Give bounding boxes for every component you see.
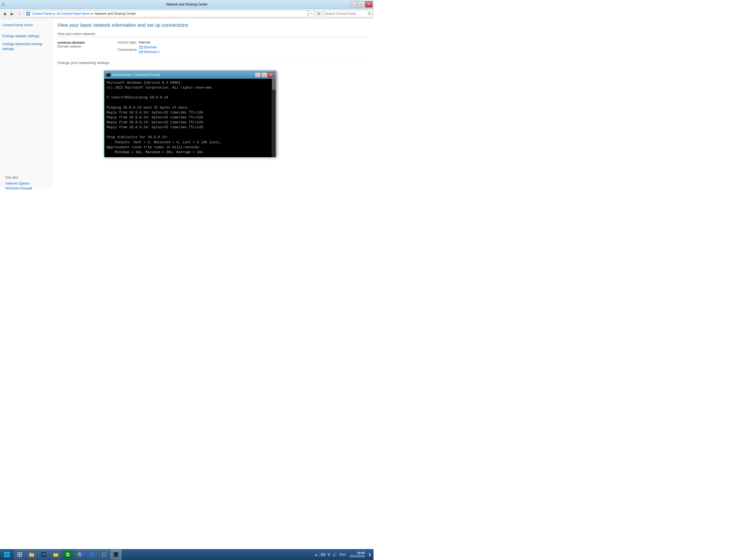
access-type-row: Access type: Internet — [118, 41, 160, 44]
close-button[interactable]: ✕ — [365, 1, 372, 7]
content-area: View your basic network information and … — [52, 19, 374, 188]
svg-rect-5 — [26, 12, 28, 14]
cmd-scrollbar-thumb — [272, 79, 276, 90]
network-info-col: Access type: Internet Connections: — [118, 41, 160, 54]
ethernet-2-label: Ethernet 2 — [144, 50, 160, 54]
active-networks-label: View your active networks — [57, 32, 368, 37]
search-input[interactable] — [324, 10, 367, 17]
svg-point-2 — [4, 5, 5, 6]
cmd-minimize-button[interactable]: ─ — [255, 73, 261, 77]
sidebar-change-advanced[interactable]: Change advanced sharing settings — [2, 41, 50, 53]
svg-point-1 — [1, 5, 2, 6]
connections-list: Ethernet Ethernet 2 — [139, 45, 160, 54]
change-settings-label: Change your networking settings — [57, 58, 368, 65]
sidebar: Control Panel Home Change adapter settin… — [0, 19, 52, 188]
maximize-button[interactable]: □ — [358, 1, 365, 7]
svg-line-3 — [2, 4, 3, 5]
up-button[interactable]: ↑ — [17, 10, 23, 17]
breadcrumb-current: Network and Sharing Center — [95, 12, 136, 16]
ethernet-1-label: Ethernet — [144, 45, 157, 49]
svg-rect-7 — [26, 14, 28, 16]
see-also-internet-options[interactable]: Internet Options — [5, 181, 32, 186]
cmd-title-bar: Administrator: Command Prompt ─ □ ✕ — [104, 71, 276, 79]
ethernet-icon-2 — [139, 50, 143, 54]
access-type-value: Internet — [138, 41, 150, 44]
svg-rect-8 — [28, 14, 30, 16]
breadcrumb: Control Panel ▶ All Control Panel Items … — [24, 10, 308, 17]
cmd-icon — [106, 73, 110, 77]
cmd-output: Microsoft Windows [Version 6.3.9600] (c)… — [107, 80, 274, 157]
access-type-label: Access type: — [118, 41, 137, 44]
sidebar-control-panel-home[interactable]: Control Panel Home — [2, 22, 50, 29]
address-bar: ◀ ▶ ↑ Control Panel ▶ All Control Panel … — [0, 9, 374, 19]
breadcrumb-sep-2: ▶ — [91, 12, 94, 16]
svg-line-4 — [3, 4, 5, 5]
refresh-button[interactable]: ↻ — [315, 10, 322, 17]
network-name-col: contoso.domain Domain network — [57, 41, 118, 48]
network-name: contoso.domain — [57, 41, 118, 45]
cmd-scrollbar[interactable] — [272, 79, 276, 157]
svg-rect-17 — [139, 51, 143, 53]
page-title: View your basic network information and … — [57, 22, 368, 28]
network-icon — [1, 2, 5, 6]
sidebar-change-adapter[interactable]: Change adapter settings — [2, 33, 50, 40]
back-button[interactable]: ◀ — [1, 10, 8, 17]
search-box — [323, 10, 372, 17]
svg-point-9 — [368, 12, 370, 15]
title-bar: Network and Sharing Center ─ □ ✕ — [0, 0, 374, 9]
cmd-title-left: Administrator: Command Prompt — [106, 73, 160, 77]
see-also-windows-firewall[interactable]: Windows Firewall — [5, 186, 32, 191]
title-bar-left — [1, 2, 5, 6]
connections-label: Connections: — [118, 48, 137, 52]
cmd-body[interactable]: Microsoft Windows [Version 6.3.9600] (c)… — [104, 79, 276, 157]
breadcrumb-control-panel[interactable]: Control Panel — [32, 12, 52, 16]
main-container: Control Panel Home Change adapter settin… — [0, 19, 374, 188]
search-icon — [368, 12, 371, 15]
ethernet-link-1[interactable]: Ethernet — [139, 45, 160, 49]
svg-rect-11 — [139, 47, 143, 48]
see-also-title: See also — [5, 176, 32, 179]
network-row: contoso.domain Domain network Access typ… — [57, 41, 368, 54]
breadcrumb-sep-1: ▶ — [53, 12, 55, 16]
svg-point-0 — [3, 3, 4, 4]
search-button[interactable] — [367, 10, 372, 17]
forward-button[interactable]: ▶ — [9, 10, 15, 17]
cmd-window: Administrator: Command Prompt ─ □ ✕ Micr… — [104, 71, 276, 157]
cmd-controls: ─ □ ✕ — [255, 73, 274, 77]
address-dropdown-button[interactable]: ▾ — [309, 10, 314, 17]
cmd-maximize-button[interactable]: □ — [261, 73, 267, 77]
cp-icon — [26, 11, 30, 16]
ethernet-link-2[interactable]: Ethernet 2 — [139, 50, 160, 54]
breadcrumb-all-items[interactable]: All Control Panel Items — [57, 12, 90, 16]
network-type: Domain network — [57, 45, 118, 48]
cmd-close-button[interactable]: ✕ — [268, 73, 274, 77]
ethernet-icon-1 — [139, 46, 143, 49]
window-title: Network and Sharing Center — [166, 2, 207, 6]
svg-line-10 — [370, 14, 371, 15]
minimize-button[interactable]: ─ — [350, 1, 357, 7]
svg-rect-6 — [28, 12, 30, 14]
see-also-section: See also Internet Options Windows Firewa… — [5, 176, 32, 191]
cmd-title-text: Administrator: Command Prompt — [112, 73, 160, 77]
title-bar-controls: ─ □ ✕ — [350, 1, 372, 7]
connections-row: Connections: Ethernet — [118, 45, 160, 54]
